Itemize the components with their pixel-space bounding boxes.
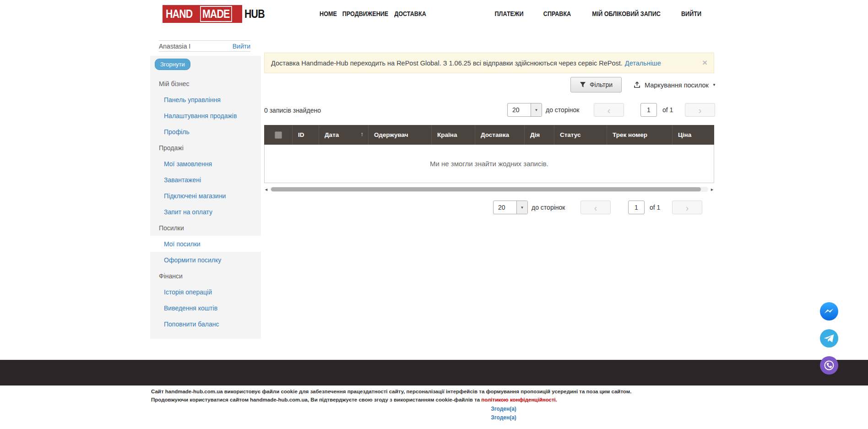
parcels-table-header: ID Дата ↑ Одержувач Країна Доставка Дія … [264, 125, 714, 145]
column-country[interactable]: Країна [432, 125, 475, 145]
chevron-down-icon: ▼ [531, 103, 542, 116]
user-bar: Anastasia I Вийти [159, 40, 250, 52]
per-page-label-bottom: до сторінок [532, 204, 565, 211]
filters-button[interactable]: Фільтри [570, 77, 622, 92]
column-recipient[interactable]: Одержувач [369, 125, 432, 145]
chevron-down-icon: ▼ [516, 201, 527, 214]
sidebar-item-withdraw-funds[interactable]: Виведення коштів [150, 300, 261, 316]
sidebar-section-my-business: Мій бізнес [150, 76, 261, 92]
column-price[interactable]: Ціна [673, 125, 714, 145]
agree-link-1[interactable]: Згоден(а) [151, 405, 856, 413]
logo-made: MADE [200, 6, 232, 22]
sidebar-item-operations-history[interactable]: Історія операцій [150, 284, 261, 300]
column-date[interactable]: Дата ↑ [319, 125, 369, 145]
next-page-button-bottom[interactable]: › [672, 201, 702, 214]
site-logo[interactable]: HAND MADE HUB [163, 5, 269, 23]
user-name: Anastasia I [159, 43, 190, 50]
column-action[interactable]: Дія [525, 125, 554, 145]
column-id[interactable]: ID [293, 125, 319, 145]
sidebar-item-sales-settings[interactable]: Налаштування продажів [150, 108, 261, 124]
sidebar-item-my-orders[interactable]: Мої замовлення [150, 156, 261, 172]
sidebar-item-my-parcels[interactable]: Мої посилки [150, 236, 261, 252]
viber-icon[interactable] [820, 356, 838, 375]
logo-hub: HUB [244, 7, 265, 21]
notification-banner: Доставка Handmade-Hub переходить на RePo… [264, 53, 714, 73]
footer-dark-band [0, 360, 868, 386]
sidebar-menu: Мій бізнес Панель управління Налаштуванн… [150, 76, 261, 332]
agree-link-2[interactable]: Згоден(а) [151, 413, 856, 422]
logo-red-box: HAND MADE [163, 5, 242, 23]
chevron-right-icon: › [699, 105, 702, 115]
per-page-select-bottom[interactable]: 20 ▼ [493, 201, 528, 214]
close-icon[interactable]: × [702, 58, 707, 68]
nav-my-account[interactable]: МІЙ ОБЛІКОВИЙ ЗАПИС [592, 10, 661, 17]
nav-payments[interactable]: ПЛАТЕЖИ [495, 10, 524, 17]
records-count: 0 записів знайдено [264, 107, 321, 114]
sidebar-item-create-parcel[interactable]: Оформити посилку [150, 252, 261, 268]
sidebar-item-top-up-balance[interactable]: Поповнити баланс [150, 316, 261, 332]
logo-hand: HAND [166, 7, 192, 21]
cookie-text-line1: Сайт handmade-hub.com.ua використовує фа… [151, 387, 856, 396]
scrollbar-track[interactable] [270, 187, 708, 192]
column-track-number[interactable]: Трек номер [607, 125, 673, 145]
chevron-down-icon: ▼ [712, 83, 716, 87]
chevron-left-icon: ‹ [594, 203, 597, 212]
banner-message: Доставка Handmade-Hub переходить на RePo… [271, 60, 623, 67]
cookie-text-line2-prefix: Продовжуючи користуватися сайтом handmad… [151, 397, 481, 402]
table-empty-state: Ми не змогли знайти жодних записів. [264, 145, 714, 183]
sort-asc-icon: ↑ [361, 130, 364, 137]
messenger-icon[interactable] [820, 302, 838, 320]
chevron-right-icon: › [686, 203, 689, 212]
sidebar: Згорнути Мій бізнес Панель управління На… [150, 56, 261, 339]
parcel-marking-dropdown[interactable]: Маркування посилок ▼ [633, 81, 716, 89]
page-of-label-bottom: of 1 [650, 204, 660, 211]
upload-icon [633, 81, 641, 89]
sidebar-section-finance: Фінанси [150, 268, 261, 284]
nav-logout[interactable]: ВИЙТИ [681, 10, 701, 17]
scroll-right-icon[interactable]: ► [710, 187, 714, 192]
column-delivery[interactable]: Доставка [475, 125, 525, 145]
nav-promotion[interactable]: ПРОДВИЖЕНИЕ [342, 10, 388, 17]
column-date-label: Дата [325, 131, 339, 138]
page-number-input-top[interactable] [640, 103, 657, 117]
sidebar-item-payment-request[interactable]: Запит на оплату [150, 204, 261, 220]
sidebar-item-dashboard[interactable]: Панель управління [150, 92, 261, 108]
chevron-left-icon: ‹ [608, 105, 611, 115]
sidebar-section-sales: Продажі [150, 140, 261, 156]
cookie-text-period: . [556, 397, 557, 402]
next-page-button-top[interactable]: › [685, 103, 715, 117]
column-status[interactable]: Статус [554, 125, 607, 145]
sidebar-item-connected-shops[interactable]: Підключені магазини [150, 188, 261, 204]
prev-page-button-bottom[interactable]: ‹ [580, 201, 611, 214]
scrollbar-thumb[interactable] [271, 187, 701, 191]
horizontal-scrollbar: ◄ ► [264, 186, 714, 193]
user-logout-link[interactable]: Вийти [233, 43, 250, 50]
sidebar-item-uploaded[interactable]: Завантажені [150, 172, 261, 188]
social-buttons [820, 302, 838, 375]
telegram-icon[interactable] [820, 329, 838, 348]
per-page-label-top: до сторінок [546, 106, 579, 114]
nav-delivery[interactable]: ДОСТАВКА [394, 10, 426, 17]
parcel-marking-label: Маркування посилок [645, 81, 709, 89]
collapse-sidebar-button[interactable]: Згорнути [155, 59, 190, 70]
agree-links: Згоден(а) Згоден(а) [151, 405, 856, 422]
page-of-label-top: of 1 [662, 106, 673, 114]
per-page-value-top: 20 [508, 103, 531, 116]
filters-button-label: Фільтри [590, 81, 613, 88]
select-all-checkbox[interactable] [275, 131, 282, 139]
sidebar-section-parcels: Посилки [150, 220, 261, 236]
cookie-footer: Сайт handmade-hub.com.ua використовує фа… [151, 387, 856, 422]
per-page-select-top[interactable]: 20 ▼ [507, 103, 542, 117]
scroll-left-icon[interactable]: ◄ [264, 187, 268, 192]
prev-page-button-top[interactable]: ‹ [594, 103, 624, 117]
sidebar-item-profile[interactable]: Профіль [150, 124, 261, 140]
nav-home[interactable]: HOME [320, 10, 337, 17]
page-number-input-bottom[interactable] [628, 201, 645, 214]
cookie-text-line2: Продовжуючи користуватися сайтом handmad… [151, 396, 856, 404]
banner-details-link[interactable]: Детальніше [625, 60, 661, 67]
empty-message: Ми не змогли знайти жодних записів. [430, 160, 548, 168]
select-all-cell [264, 125, 293, 145]
privacy-policy-link[interactable]: політикою конфіденційності [481, 397, 555, 402]
per-page-value-bottom: 20 [494, 201, 516, 214]
nav-help[interactable]: СПРАВКА [543, 10, 571, 17]
